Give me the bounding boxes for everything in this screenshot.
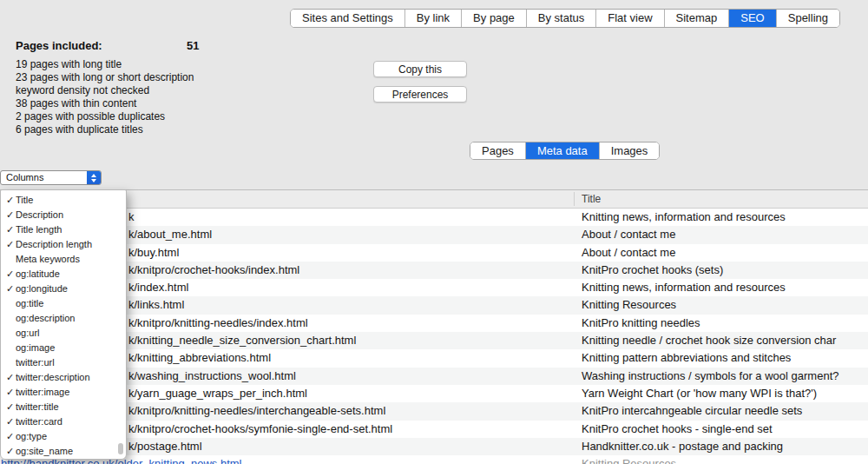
- columns-menu-item[interactable]: ✓ og:latitude: [1, 267, 126, 282]
- copy-this-button[interactable]: Copy this: [373, 61, 467, 77]
- checkmark-icon: [1, 296, 16, 311]
- menu-item-label: og:url: [16, 326, 126, 341]
- checkmark-icon: [1, 341, 16, 355]
- view-tab[interactable]: Images: [599, 143, 660, 159]
- checkmark-icon: ✓: [1, 370, 16, 385]
- row-title: Washing instructions / symbols for a woo…: [575, 368, 868, 385]
- columns-menu-item[interactable]: ✓ og:type: [1, 429, 126, 444]
- meta-data-table: k Knitting news, information and resourc…: [0, 209, 868, 464]
- pages-included: Pages included: 51: [16, 39, 293, 52]
- menu-item-label: twitter:card: [16, 414, 126, 429]
- seo-stat: 19 pages with long title: [16, 58, 194, 71]
- columns-menu-item[interactable]: ✓ twitter:image: [1, 385, 126, 400]
- menu-scrollbar[interactable]: [118, 443, 123, 454]
- view-tab[interactable]: Meta data: [525, 143, 599, 159]
- row-title: KnitPro intercahngeable circular needle …: [575, 402, 868, 420]
- menu-item-label: twitter:title: [16, 400, 126, 414]
- checkmark-icon: [1, 355, 16, 370]
- main-tab[interactable]: By link: [404, 10, 461, 27]
- columns-menu-item[interactable]: og:image: [1, 341, 126, 355]
- columns-menu-item[interactable]: ✓ twitter:description: [1, 370, 126, 385]
- columns-menu-item[interactable]: twitter:url: [1, 355, 126, 370]
- checkmark-icon: ✓: [1, 267, 16, 282]
- columns-menu-item[interactable]: og:url: [1, 326, 126, 341]
- main-tab[interactable]: Sites and Settings: [291, 10, 404, 27]
- column-divider: [574, 192, 575, 206]
- row-title: About / contact me: [575, 226, 868, 243]
- columns-menu: ✓ Title ✓ Description ✓ Title length ✓ D…: [0, 189, 127, 460]
- row-title: Knitting Resources: [575, 455, 868, 464]
- checkmark-icon: ✓: [1, 208, 16, 222]
- checkmark-icon: ✓: [1, 222, 16, 237]
- checkmark-icon: [1, 326, 16, 341]
- columns-menu-item[interactable]: ✓ Title length: [1, 222, 126, 237]
- columns-menu-item[interactable]: ✓ twitter:title: [1, 400, 126, 414]
- columns-menu-item[interactable]: ✓ Title: [1, 193, 126, 208]
- row-title: Knitting Resources: [575, 296, 868, 314]
- pages-included-label: Pages included:: [16, 39, 102, 52]
- seo-stat: 2 pages with possible duplicates: [16, 110, 194, 123]
- columns-menu-item[interactable]: ✓ Description: [1, 208, 126, 222]
- seo-stat: 38 pages with thin content: [16, 97, 194, 110]
- seo-stats-list: 19 pages with long title 23 pages with l…: [16, 58, 194, 136]
- row-title: Knitting news, information and resources: [575, 279, 868, 296]
- columns-menu-item[interactable]: ✓ Description length: [1, 237, 126, 252]
- table-row[interactable]: http://handknitter.co.uk/older_knitting_…: [0, 455, 868, 464]
- columns-menu-item[interactable]: og:description: [1, 311, 126, 326]
- seo-stat: keyword density not checked: [16, 84, 194, 97]
- table-row[interactable]: k/links.html Knitting Resources: [0, 296, 868, 314]
- menu-item-label: og:image: [16, 341, 126, 355]
- seo-stat: 23 pages with long or short description: [16, 71, 194, 84]
- main-tab[interactable]: By page: [461, 10, 526, 27]
- columns-menu-item[interactable]: ✓ og:site_name: [1, 444, 126, 459]
- main-tab-bar: Sites and Settings By link By page By st…: [290, 9, 840, 28]
- menu-item-label: Title: [16, 193, 126, 208]
- menu-item-label: og:description: [16, 311, 126, 326]
- row-title: Knitting needle / crochet hook size conv…: [575, 332, 868, 349]
- table-row[interactable]: k/yarn_guage_wraps_per_inch.html Yarn We…: [0, 385, 868, 402]
- table-row[interactable]: k/knitpro/crochet-hooks/index.html KnitP…: [0, 262, 868, 279]
- view-tab[interactable]: Pages: [470, 143, 525, 159]
- menu-item-label: Title length: [16, 222, 126, 237]
- checkmark-icon: ✓: [1, 237, 16, 252]
- table-row[interactable]: k/about_me.html About / contact me: [0, 226, 868, 243]
- main-tab[interactable]: Spelling: [776, 10, 839, 27]
- table-row[interactable]: k/knitting_abbreviations.html Knitting p…: [0, 349, 868, 367]
- main-tab[interactable]: Sitemap: [664, 10, 729, 27]
- row-title: About / contact me: [575, 244, 868, 262]
- checkmark-icon: ✓: [1, 444, 16, 459]
- menu-item-label: og:title: [16, 296, 126, 311]
- table-row[interactable]: k Knitting news, information and resourc…: [0, 209, 868, 226]
- table-row[interactable]: k/postage.html Handknitter.co.uk - posta…: [0, 438, 868, 455]
- main-tab[interactable]: Flat view: [595, 10, 663, 27]
- columns-dropdown-button[interactable]: Columns: [0, 170, 102, 185]
- row-title: Handknitter.co.uk - postage and packing: [575, 438, 868, 455]
- seo-stat: 6 pages with duplicate titles: [16, 123, 194, 136]
- table-row[interactable]: k/knitpro/crochet-hooks/symfonie-single-…: [0, 421, 868, 438]
- columns-menu-item[interactable]: ✓ og:longitude: [1, 282, 126, 296]
- preferences-button[interactable]: Preferences: [373, 86, 467, 103]
- checkmark-icon: [1, 252, 16, 267]
- columns-menu-item[interactable]: ✓ twitter:card: [1, 414, 126, 429]
- row-title: KnitPro knitting needles: [575, 315, 868, 332]
- menu-item-label: twitter:url: [16, 355, 126, 370]
- checkmark-icon: ✓: [1, 193, 16, 208]
- main-tab[interactable]: By status: [526, 10, 595, 27]
- title-column-header[interactable]: Title: [582, 190, 601, 208]
- main-tab[interactable]: SEO: [728, 10, 775, 27]
- table-row[interactable]: k/knitpro/knitting-needles/index.html Kn…: [0, 315, 868, 332]
- table-row[interactable]: k/knitting_needle_size_conversion_chart.…: [0, 332, 868, 349]
- row-title: Knitting news, information and resources: [575, 209, 868, 226]
- table-row[interactable]: k/buy.html About / contact me: [0, 244, 868, 262]
- menu-item-label: twitter:description: [16, 370, 126, 385]
- table-row[interactable]: k/index.html Knitting news, information …: [0, 279, 868, 296]
- table-row[interactable]: k/knitpro/knitting-needles/interchangeab…: [0, 402, 868, 420]
- checkmark-icon: ✓: [1, 414, 16, 429]
- app-window: Sites and Settings By link By page By st…: [0, 0, 868, 464]
- checkmark-icon: ✓: [1, 400, 16, 414]
- menu-item-label: og:latitude: [16, 267, 126, 282]
- columns-menu-item[interactable]: og:title: [1, 296, 126, 311]
- columns-menu-item[interactable]: Meta keywords: [1, 252, 126, 267]
- menu-item-label: Description length: [16, 237, 126, 252]
- table-row[interactable]: k/washing_instructions_wool.html Washing…: [0, 368, 868, 385]
